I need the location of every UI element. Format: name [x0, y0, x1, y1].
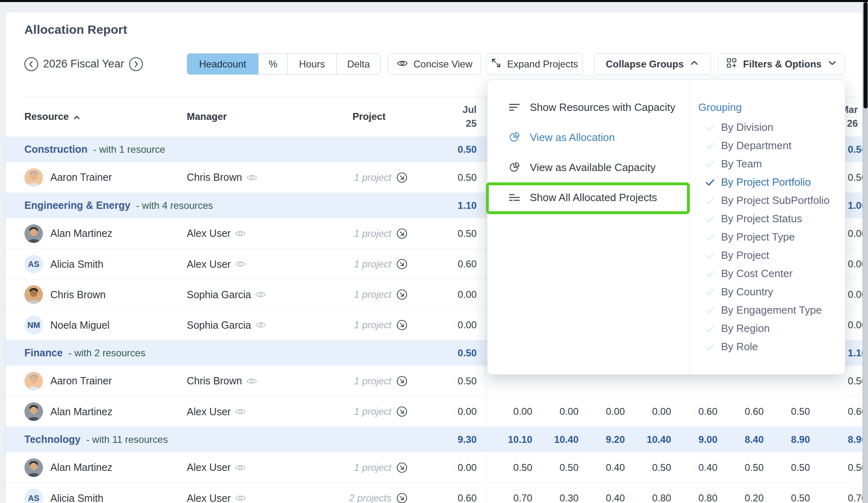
project-cell: 1 project — [309, 172, 430, 183]
month-value: 0.00 — [625, 406, 671, 417]
resource-row[interactable]: ASAlicia SmithAlex User2 projects0.600.7… — [6, 483, 862, 503]
group-row[interactable]: Technology- with 11 resources9.3010.1010… — [6, 427, 862, 452]
manager-cell: Alex User — [187, 258, 309, 270]
group-name: Engineering & Energy — [24, 199, 130, 211]
eye-icon[interactable] — [235, 230, 246, 238]
column-header-project[interactable]: Project — [309, 111, 430, 122]
month-value: 0.00 — [486, 406, 532, 417]
scrollbar-thumb[interactable] — [864, 2, 868, 108]
drill-down-icon[interactable] — [396, 492, 408, 503]
drill-down-icon[interactable] — [396, 406, 408, 417]
resource-header-label: Resource — [24, 111, 69, 122]
filters-options-button[interactable]: Filters & Options — [718, 53, 845, 75]
next-year-button[interactable] — [129, 57, 143, 71]
menu-item-2[interactable]: View as Allocation — [488, 122, 690, 152]
manager-cell: Sophia Garcia — [187, 319, 309, 331]
project-cell: 1 project — [309, 406, 430, 417]
menu-item-label: View as Allocation — [530, 131, 615, 144]
grouping-option-by-team[interactable]: By Team — [690, 155, 846, 173]
avatar — [24, 285, 43, 304]
resource-name: Alicia Smith — [50, 258, 104, 270]
drill-down-icon[interactable] — [396, 228, 408, 239]
view-mode-[interactable]: % — [259, 54, 288, 74]
grouping-option-by-division[interactable]: By Division — [690, 118, 846, 137]
column-header-jul-25[interactable]: Jul25 — [430, 97, 486, 137]
column-header-manager[interactable]: Manager — [187, 111, 309, 122]
month-value: 0.50 — [810, 462, 862, 473]
menu-item-4[interactable]: Show All Allocated Projects — [488, 182, 690, 212]
month-value: 0.70 — [486, 492, 532, 503]
grouping-option-by-project-type[interactable]: By Project Type — [690, 228, 846, 246]
menu-item-1[interactable]: Show Resources with Capacity — [488, 92, 690, 122]
eye-icon[interactable] — [235, 464, 246, 472]
resource-cell: ASAlicia Smith — [24, 489, 187, 503]
avatar: NM — [24, 316, 43, 334]
eye-icon[interactable] — [235, 494, 246, 502]
view-mode-toggle: Headcount%HoursDelta — [187, 53, 381, 75]
month-value: 0.00 — [532, 406, 579, 417]
group-month-value: 9.30 — [430, 427, 486, 452]
resource-cell: Aaron Trainer — [24, 372, 187, 390]
project-cell: 1 project — [309, 258, 430, 270]
drill-down-icon[interactable] — [396, 258, 408, 270]
eye-icon[interactable] — [235, 408, 246, 416]
grouping-option-label: By Division — [721, 121, 773, 134]
group-resource-count: - with 11 resources — [86, 434, 168, 445]
grouping-option-by-project-portfolio[interactable]: By Project Portfolio — [690, 173, 846, 191]
drill-down-icon[interactable] — [396, 319, 408, 331]
grouping-option-by-project[interactable]: By Project — [690, 246, 846, 265]
menu-item-label: Show Resources with Capacity — [530, 101, 675, 114]
resource-name: Chris Brown — [50, 289, 106, 301]
drill-down-icon[interactable] — [396, 375, 408, 387]
project-cell: 1 project — [309, 462, 430, 473]
group-month-value: 8.90 — [810, 434, 862, 445]
grouping-option-label: By Project Type — [721, 231, 795, 243]
month-value: 0.40 — [579, 462, 625, 473]
eye-icon[interactable] — [246, 377, 257, 385]
previous-year-button[interactable] — [24, 57, 38, 71]
grouping-option-label: By Department — [721, 139, 791, 152]
drill-down-icon[interactable] — [396, 172, 408, 183]
fiscal-year-nav: 2026 Fiscal Year — [24, 53, 143, 75]
manager-name: Alex User — [187, 462, 231, 473]
grouping-option-by-project-subportfolio[interactable]: By Project SubPortfolio — [690, 191, 846, 210]
view-mode-delta[interactable]: Delta — [337, 54, 380, 74]
collapse-groups-button[interactable]: Collapse Groups — [594, 53, 711, 75]
eye-icon[interactable] — [255, 291, 266, 299]
group-month-value: 8.90 — [764, 434, 810, 445]
grouping-option-by-engagement-type[interactable]: By Engagement Type — [690, 301, 846, 319]
project-cell: 1 project — [309, 228, 430, 239]
resource-row[interactable]: Alan MartinezAlex User1 project0.000.500… — [6, 452, 862, 483]
grouping-option-by-role[interactable]: By Role — [690, 338, 846, 356]
menu-item-3[interactable]: View as Available Capacity — [488, 152, 690, 182]
expand-projects-button[interactable]: Expand Projects — [486, 53, 583, 75]
grouping-option-label: By Country — [721, 286, 773, 298]
month-value: 0.50 — [764, 492, 810, 503]
month-value: 0.50 — [430, 218, 486, 249]
concise-view-button[interactable]: Concise View — [388, 53, 481, 75]
grouping-option-by-project-status[interactable]: By Project Status — [690, 210, 846, 228]
drill-down-icon[interactable] — [396, 462, 408, 473]
drill-down-icon[interactable] — [396, 289, 408, 300]
grouping-option-by-cost-center[interactable]: By Cost Center — [690, 265, 846, 283]
menu-item-label: View as Available Capacity — [530, 161, 656, 174]
eye-icon[interactable] — [246, 173, 257, 182]
view-mode-headcount[interactable]: Headcount — [187, 54, 259, 74]
manager-cell: Alex User — [187, 228, 309, 239]
eye-icon[interactable] — [255, 321, 266, 329]
grouping-option-by-department[interactable]: By Department — [690, 137, 846, 155]
group-month-value: 9.20 — [579, 434, 625, 445]
manager-cell: Chris Brown — [187, 171, 309, 183]
eye-icon[interactable] — [235, 260, 246, 268]
month-value: 0.50 — [625, 462, 671, 473]
grouping-option-by-country[interactable]: By Country — [690, 283, 846, 301]
resource-row[interactable]: Alan MartinezAlex User1 project0.000.000… — [6, 396, 862, 427]
view-mode-hours[interactable]: Hours — [288, 54, 337, 74]
column-header-resource[interactable]: Resource — [24, 111, 187, 122]
expand-arrows-icon — [491, 58, 501, 71]
grouping-option-by-region[interactable]: By Region — [690, 319, 846, 338]
manager-name: Alex User — [187, 406, 231, 418]
vertical-scrollbar[interactable] — [863, 2, 868, 503]
project-count: 2 projects — [349, 492, 391, 503]
month-value: 0.70 — [810, 492, 862, 503]
